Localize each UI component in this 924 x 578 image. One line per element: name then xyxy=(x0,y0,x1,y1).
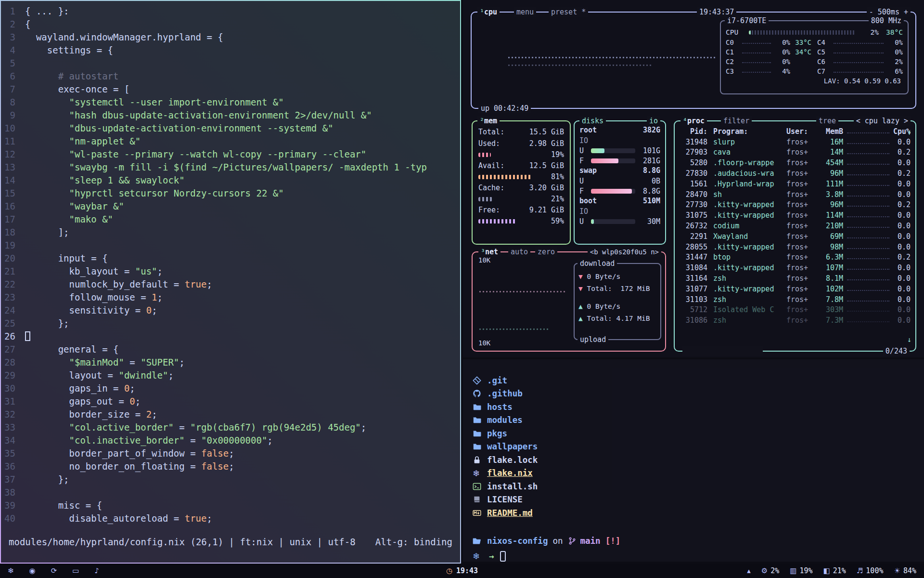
process-row[interactable]: 27903cavafros+14M0.2 xyxy=(680,147,911,158)
process-row[interactable]: 28055.kitty-wrappedfros+98M0.0 xyxy=(680,242,911,252)
editor-line[interactable]: 12 "wl-paste --primary --watch wl-copy -… xyxy=(1,148,460,161)
process-row[interactable]: 2291Xwaylandfros+69M0.0 xyxy=(680,231,911,242)
editor-line[interactable]: 33 "col.active_border" = "rgb(cba6f7) rg… xyxy=(1,421,460,434)
editor-line[interactable]: 9 "hash dbus-update-activation-environme… xyxy=(1,109,460,122)
proc-header-mem[interactable]: MemB xyxy=(818,127,843,136)
nix-logo-icon[interactable]: ❄ xyxy=(8,566,14,575)
volume-module[interactable]: ♬100% xyxy=(857,566,884,575)
editor-line[interactable]: 17 "mako &" xyxy=(1,213,460,226)
cpu-module[interactable]: ⚙2% xyxy=(761,566,780,575)
proc-header-pid[interactable]: Pid: xyxy=(680,127,707,136)
disks-box-title[interactable]: disks xyxy=(579,116,606,126)
editor-line[interactable]: 35 border_part_of_window = false; xyxy=(1,447,460,460)
editor-line[interactable]: 11 "nm-applet &" xyxy=(1,135,460,148)
editor-line[interactable]: 14 "sleep 1 && swaylock" xyxy=(1,174,460,187)
editor-line[interactable]: 31 gaps_out = 0; xyxy=(1,395,460,408)
process-row[interactable]: 31084.kitty-wrappedfros+107M0.0 xyxy=(680,263,911,273)
file-item[interactable]: ❄flake.nix xyxy=(473,467,924,480)
proc-sort-selector[interactable]: < cpu lazy > xyxy=(854,116,911,126)
editor-line[interactable]: 27 general = { xyxy=(1,343,460,356)
editor-line[interactable]: 7 exec-once = [ xyxy=(1,83,460,96)
disks-io-toggle[interactable]: io xyxy=(647,116,660,126)
proc-select-key[interactable]: select xyxy=(719,356,745,357)
proc-filter-button[interactable]: filter xyxy=(721,116,752,126)
proc-header-program[interactable]: Program: xyxy=(707,127,786,136)
proc-tree-button[interactable]: tree xyxy=(816,116,838,126)
process-row[interactable]: 31086zshfros+7.3M0.0 xyxy=(680,315,911,326)
process-row[interactable]: 5280.floorp-wrappefros+454M0.0 xyxy=(680,158,911,168)
editor-line[interactable]: 20 input = { xyxy=(1,252,460,265)
memory-module[interactable]: ▥19% xyxy=(790,566,812,575)
editor-line[interactable]: 40 disable_autoreload = true; xyxy=(1,512,460,525)
editor-line[interactable]: 8 "systemctl --user import-environment &… xyxy=(1,96,460,109)
editor-line[interactable]: 13 "swaybg -m fill -i $(find ~/Pictures/… xyxy=(1,161,460,174)
proc-box-title[interactable]: ⁴proc xyxy=(680,116,707,126)
editor-line[interactable]: 38 xyxy=(1,486,460,499)
editor-line[interactable]: 36 no_border_on_floating = false; xyxy=(1,460,460,473)
terminal-surface[interactable]: .git.githubhostsmodulespkgswallpapersfla… xyxy=(463,359,924,562)
process-row[interactable]: 1561.Hyprland-wrapfros+111M0.0 xyxy=(680,179,911,189)
editor-line[interactable]: 32 border_size = 2; xyxy=(1,408,460,421)
refresh-icon[interactable]: ⟳ xyxy=(51,566,57,575)
scroll-up-indicator[interactable]: ↑ xyxy=(907,128,911,137)
shell-input-line[interactable]: ❄ → xyxy=(473,550,924,562)
editor-line[interactable]: 5 xyxy=(1,57,460,70)
process-row[interactable]: 27830.audacious-wrafros+96M0.2 xyxy=(680,168,911,179)
file-item[interactable]: modules xyxy=(473,414,924,427)
net-zero-button[interactable]: zero xyxy=(535,247,557,257)
editor-line[interactable]: 21 kb_layout = "us"; xyxy=(1,265,460,278)
power-icon[interactable]: ◉ xyxy=(29,566,36,575)
process-row[interactable]: 31447btopfros+6.3M0.2 xyxy=(680,252,911,263)
editor-line[interactable]: 25 }; xyxy=(1,317,460,330)
process-row[interactable]: 31164zshfros+8.1M0.0 xyxy=(680,273,911,284)
file-item[interactable]: hosts xyxy=(473,400,924,414)
proc-header-user[interactable]: User: xyxy=(786,127,818,136)
disk-module[interactable]: ◧21% xyxy=(823,566,846,575)
process-row[interactable]: 5712Isolated Web Cfros+303M0.0 xyxy=(680,305,911,315)
proc-footer-keys[interactable]: select ↵info ↵signals xyxy=(682,346,763,356)
editor-line[interactable]: 4 settings = { xyxy=(1,44,460,57)
editor-line[interactable]: 2{ xyxy=(1,18,460,31)
editor-line[interactable]: 1{ ... }: xyxy=(1,5,460,18)
editor-line[interactable]: 39 misc = { xyxy=(1,499,460,512)
file-item[interactable]: .git xyxy=(473,374,924,387)
brightness-module[interactable]: ☀84% xyxy=(894,566,916,575)
process-row[interactable]: 26732codiumfros+210M0.0 xyxy=(680,221,911,231)
display-icon[interactable]: ▭ xyxy=(72,566,79,575)
editor-line[interactable]: 29 layout = "dwindle"; xyxy=(1,369,460,382)
scroll-down-indicator[interactable]: ↓ xyxy=(907,335,911,344)
editor-line[interactable]: 10 "dbus-update-activation-environment -… xyxy=(1,122,460,135)
file-item[interactable]: pkgs xyxy=(473,427,924,440)
mem-box-title[interactable]: ²mem xyxy=(477,116,500,126)
editor-line[interactable]: 28 "$mainMod" = "SUPER"; xyxy=(1,356,460,369)
editor-line[interactable]: 15 "hyprctl setcursor Nordzy-cursors 22 … xyxy=(1,187,460,200)
editor-line[interactable]: 6 # autostart xyxy=(1,70,460,83)
process-row[interactable]: 31948slurpfros+16M0.0 xyxy=(680,137,911,147)
editor-line[interactable]: 16 "waybar &" xyxy=(1,200,460,213)
editor-line[interactable]: 3 wayland.windowManager.hyprland = { xyxy=(1,31,460,44)
net-box-title[interactable]: ³net xyxy=(478,247,500,257)
proc-header-row[interactable]: Pid: Program: User: MemB Cpu% xyxy=(680,126,911,137)
editor-line[interactable]: 34 "col.inactive_border" = "0x00000000"; xyxy=(1,434,460,447)
editor-line[interactable]: 23 follow_mouse = 1; xyxy=(1,291,460,304)
tray-chevron-module[interactable]: ▴ xyxy=(747,566,751,575)
file-item[interactable]: flake.lock xyxy=(473,453,924,467)
editor-line[interactable]: 18 ]; xyxy=(1,226,460,239)
waybar-clock-module[interactable]: ◷ 19:43 xyxy=(446,566,478,575)
file-item[interactable]: wallpapers xyxy=(473,440,924,454)
editor-line[interactable]: 26 xyxy=(1,330,460,343)
net-auto-button[interactable]: auto xyxy=(508,247,530,257)
file-item[interactable]: install.sh xyxy=(473,480,924,493)
file-item[interactable]: LICENSE xyxy=(473,493,924,507)
editor-line[interactable]: 30 gaps_in = 0; xyxy=(1,382,460,395)
process-row[interactable]: 28470shfros+3.8M0.0 xyxy=(680,189,911,200)
file-item[interactable]: .github xyxy=(473,387,924,401)
process-row[interactable]: 31075.kitty-wrappedfros+114M0.0 xyxy=(680,210,911,221)
editor-line[interactable]: 24 sensitivity = 0; xyxy=(1,304,460,317)
net-interface-selector[interactable]: <b wlp0s20f0u5 n> xyxy=(588,247,661,257)
process-row[interactable]: 27730.kitty-wrappedfros+96M0.2 xyxy=(680,200,911,210)
process-row[interactable]: 31077.kitty-wrappedfros+102M0.0 xyxy=(680,284,911,294)
editor-line[interactable]: 37 }; xyxy=(1,473,460,486)
editor-line[interactable]: 19 xyxy=(1,239,460,252)
process-row[interactable]: 31103zshfros+7.8M0.0 xyxy=(680,294,911,305)
